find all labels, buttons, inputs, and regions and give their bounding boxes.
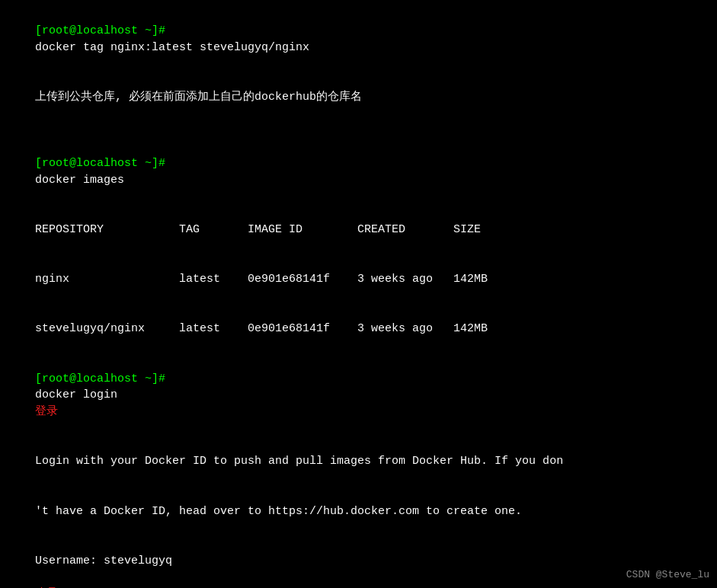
line-login-info-2: 't have a Docker ID, head over to https:… bbox=[8, 487, 709, 536]
annotation-login: 登录 bbox=[35, 405, 58, 418]
line-login-info-1: Login with your Docker ID to push and pu… bbox=[8, 437, 709, 487]
line-3: [root@localhost ~]# docker images bbox=[8, 139, 709, 205]
terminal: [root@localhost ~]# docker tag nginx:lat… bbox=[0, 0, 717, 588]
login-info-2: 't have a Docker ID, head over to https:… bbox=[35, 505, 522, 518]
cmd-1: docker tag nginx:latest stevelugyq/nginx bbox=[35, 41, 309, 54]
username-label: Username: stevelugyq bbox=[35, 554, 186, 567]
cmd-3: docker images bbox=[35, 174, 124, 187]
line-login-prompt: [root@localhost ~]# docker login 登录 bbox=[8, 354, 709, 437]
stevelugyq-row: stevelugyq/nginx latest 0e901e68141f 3 w… bbox=[35, 322, 488, 335]
line-stevelugyq: stevelugyq/nginx latest 0e901e68141f 3 w… bbox=[8, 305, 709, 354]
prompt-1: [root@localhost ~]# bbox=[35, 24, 172, 37]
cmd-login: docker login bbox=[35, 388, 117, 401]
line-1: [root@localhost ~]# docker tag nginx:lat… bbox=[8, 6, 709, 72]
cmd-2: 上传到公共仓库, 必须在前面添加上自己的dockerhub的仓库名 bbox=[35, 91, 362, 104]
login-info-1: Login with your Docker ID to push and pu… bbox=[35, 455, 563, 468]
prompt-login: [root@localhost ~]# bbox=[35, 372, 172, 385]
line-2: 上传到公共仓库, 必须在前面添加上自己的dockerhub的仓库名 bbox=[8, 72, 709, 139]
header-text: REPOSITORY TAG IMAGE ID CREATED SIZE bbox=[35, 223, 481, 236]
nginx-row: nginx latest 0e901e68141f 3 weeks ago 14… bbox=[35, 273, 488, 286]
line-header: REPOSITORY TAG IMAGE ID CREATED SIZE bbox=[8, 205, 709, 254]
line-nginx: nginx latest 0e901e68141f 3 weeks ago 14… bbox=[8, 254, 709, 304]
line-username: Username: stevelugyq 账号 bbox=[8, 536, 709, 588]
watermark: CSDN @Steve_lu bbox=[626, 569, 709, 580]
prompt-3: [root@localhost ~]# bbox=[35, 157, 172, 170]
